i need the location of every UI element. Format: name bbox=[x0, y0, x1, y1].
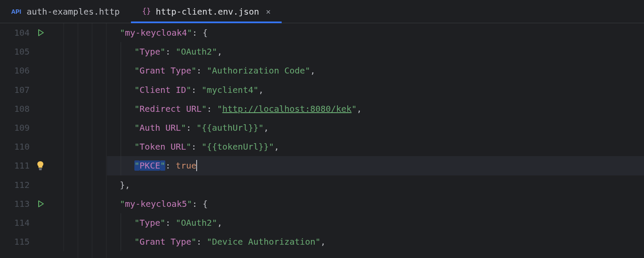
token: : bbox=[165, 160, 176, 171]
line-number: 108 bbox=[0, 104, 34, 114]
token: " bbox=[186, 141, 191, 152]
token: " bbox=[176, 218, 181, 228]
token: " bbox=[187, 28, 192, 38]
token: " bbox=[253, 85, 258, 95]
token: " bbox=[134, 85, 140, 95]
token: " bbox=[202, 104, 207, 114]
line-number: 104 bbox=[0, 28, 34, 38]
token: " bbox=[186, 85, 191, 95]
token: Client ID bbox=[140, 85, 186, 95]
indent-guide bbox=[121, 61, 121, 80]
token: " bbox=[134, 123, 140, 133]
code-line[interactable]: "Client ID": "myclient4", bbox=[107, 80, 644, 99]
token: " bbox=[191, 236, 196, 247]
token: {{authUrl}} bbox=[202, 123, 258, 133]
indent-guide bbox=[121, 99, 121, 118]
code-line[interactable]: "Redirect URL": "http://localhost:8080/k… bbox=[107, 99, 644, 118]
token: OAuth2 bbox=[181, 46, 212, 57]
code-area[interactable]: "my-keycloak4": {"Type": "OAuth2","Grant… bbox=[107, 23, 644, 258]
token: : bbox=[191, 141, 201, 152]
token: : bbox=[165, 218, 176, 228]
code-line[interactable]: "Auth URL": "{{authUrl}}", bbox=[107, 118, 644, 137]
token: {{tokenUrl}} bbox=[207, 141, 269, 152]
editor[interactable]: 104105106107108109110111112113114115 "my… bbox=[0, 23, 644, 258]
token: " bbox=[269, 141, 274, 152]
token: " bbox=[134, 65, 140, 76]
code-line[interactable]: "Token URL": "{{tokenUrl}}", bbox=[107, 137, 644, 156]
token: " bbox=[120, 199, 125, 209]
indent-guide bbox=[121, 232, 121, 251]
svg-text:API: API bbox=[11, 8, 21, 15]
token: Auth URL bbox=[140, 123, 181, 133]
gutter-marks bbox=[34, 232, 64, 251]
code-line[interactable]: "my-keycloak5": { bbox=[107, 194, 644, 213]
tab-auth-examples[interactable]: API auth-examples.http bbox=[0, 0, 131, 23]
token: " bbox=[134, 104, 140, 114]
token: " bbox=[160, 218, 165, 228]
json-icon: {} bbox=[142, 7, 152, 16]
token: Token URL bbox=[140, 141, 186, 152]
token: : bbox=[165, 46, 176, 57]
code-line[interactable]: "Grant Type": "Device Authorization", bbox=[107, 232, 644, 251]
token: " bbox=[160, 160, 165, 171]
code-line[interactable]: "my-keycloak4": { bbox=[107, 23, 644, 42]
gutter-marks bbox=[34, 175, 64, 194]
token: " bbox=[202, 141, 207, 152]
token: , bbox=[217, 46, 222, 57]
run-icon[interactable] bbox=[36, 200, 45, 208]
token: " bbox=[134, 141, 140, 152]
line-number: 106 bbox=[0, 65, 34, 76]
line-number: 109 bbox=[0, 123, 34, 133]
line-number: 115 bbox=[0, 236, 34, 247]
token: " bbox=[181, 123, 186, 133]
token: : bbox=[191, 85, 201, 95]
tab-http-client-env[interactable]: {} http-client.env.json ✕ bbox=[131, 0, 282, 23]
code-line[interactable]: "PKCE": true bbox=[107, 156, 644, 175]
token: " bbox=[187, 199, 192, 209]
token: : { bbox=[192, 199, 208, 209]
code-line[interactable]: }, bbox=[107, 175, 644, 194]
indent-guide bbox=[121, 156, 121, 175]
token: , bbox=[321, 236, 326, 247]
token: , bbox=[217, 218, 222, 228]
tab-label: http-client.env.json bbox=[156, 6, 259, 17]
line-number: 105 bbox=[0, 46, 34, 57]
line-number: 114 bbox=[0, 218, 34, 228]
token: , bbox=[264, 123, 269, 133]
token: " bbox=[134, 236, 140, 247]
token: " bbox=[207, 236, 212, 247]
token: , bbox=[357, 104, 362, 114]
gutter-marks bbox=[34, 61, 64, 80]
gutter-marks bbox=[34, 194, 64, 213]
token: Grant Type bbox=[140, 65, 191, 76]
code-line[interactable]: "Type": "OAuth2", bbox=[107, 42, 644, 61]
code-line[interactable]: "Grant Type": "Authorization Code", bbox=[107, 61, 644, 80]
gutter-marks bbox=[34, 42, 64, 61]
token: " bbox=[305, 65, 310, 76]
gutter-marks bbox=[34, 137, 64, 156]
token: " bbox=[197, 123, 202, 133]
gutter-marks bbox=[34, 23, 64, 42]
token: Authorization Code bbox=[212, 65, 305, 76]
token: " bbox=[217, 104, 222, 114]
token: , bbox=[310, 65, 315, 76]
intention-bulb-icon[interactable] bbox=[36, 161, 44, 170]
gutter: 104105106107108109110111112113114115 bbox=[0, 23, 64, 258]
line-number: 113 bbox=[0, 199, 34, 209]
line-number: 111 bbox=[0, 160, 34, 171]
line-number: 112 bbox=[0, 180, 34, 190]
token: " bbox=[315, 236, 320, 247]
token: OAuth2 bbox=[181, 218, 212, 228]
svg-rect-3 bbox=[39, 169, 42, 170]
run-icon[interactable] bbox=[36, 28, 45, 37]
text-caret bbox=[196, 160, 197, 171]
token: Grant Type bbox=[140, 236, 191, 247]
indent-guide bbox=[121, 80, 121, 99]
code-line[interactable]: "Type": "OAuth2", bbox=[107, 213, 644, 232]
token: " bbox=[258, 123, 264, 133]
token: , bbox=[258, 85, 264, 95]
close-icon[interactable]: ✕ bbox=[266, 7, 271, 16]
indent-guide bbox=[121, 118, 121, 137]
token: http://localhost:8080/kek bbox=[222, 104, 352, 114]
indent-guide bbox=[121, 213, 121, 232]
